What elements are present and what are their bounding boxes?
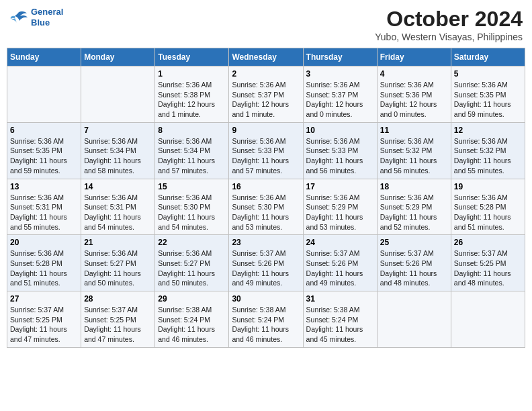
day-number: 18 bbox=[380, 182, 448, 191]
day-info: Sunrise: 5:36 AM Sunset: 5:31 PM Dayligh… bbox=[84, 193, 152, 232]
weekday-saturday: Saturday bbox=[451, 48, 525, 66]
calendar-week-3: 20Sunrise: 5:36 AM Sunset: 5:28 PM Dayli… bbox=[7, 235, 525, 291]
day-number: 10 bbox=[306, 126, 374, 135]
calendar-cell: 9Sunrise: 5:36 AM Sunset: 5:33 PM Daylig… bbox=[229, 122, 303, 179]
day-number: 9 bbox=[232, 126, 300, 135]
month-title: October 2024 bbox=[375, 7, 523, 32]
calendar-cell: 16Sunrise: 5:36 AM Sunset: 5:30 PM Dayli… bbox=[229, 179, 303, 235]
calendar-cell: 30Sunrise: 5:38 AM Sunset: 5:24 PM Dayli… bbox=[229, 291, 303, 348]
day-number: 25 bbox=[380, 238, 448, 247]
day-number: 30 bbox=[232, 294, 300, 304]
day-info: Sunrise: 5:36 AM Sunset: 5:38 PM Dayligh… bbox=[158, 80, 226, 120]
calendar-cell: 3Sunrise: 5:36 AM Sunset: 5:37 PM Daylig… bbox=[303, 66, 377, 123]
calendar-cell: 27Sunrise: 5:37 AM Sunset: 5:25 PM Dayli… bbox=[7, 291, 81, 348]
day-info: Sunrise: 5:36 AM Sunset: 5:29 PM Dayligh… bbox=[380, 193, 448, 232]
day-info: Sunrise: 5:36 AM Sunset: 5:32 PM Dayligh… bbox=[454, 136, 522, 176]
day-info: Sunrise: 5:36 AM Sunset: 5:37 PM Dayligh… bbox=[306, 80, 374, 120]
day-info: Sunrise: 5:38 AM Sunset: 5:24 PM Dayligh… bbox=[232, 305, 300, 345]
calendar-cell: 22Sunrise: 5:36 AM Sunset: 5:27 PM Dayli… bbox=[155, 235, 229, 291]
day-number: 22 bbox=[158, 238, 226, 247]
day-info: Sunrise: 5:36 AM Sunset: 5:29 PM Dayligh… bbox=[306, 193, 374, 232]
day-info: Sunrise: 5:37 AM Sunset: 5:26 PM Dayligh… bbox=[306, 248, 374, 288]
day-info: Sunrise: 5:36 AM Sunset: 5:34 PM Dayligh… bbox=[158, 136, 226, 176]
calendar-cell: 18Sunrise: 5:36 AM Sunset: 5:29 PM Dayli… bbox=[377, 179, 451, 235]
day-info: Sunrise: 5:36 AM Sunset: 5:30 PM Dayligh… bbox=[158, 193, 226, 232]
day-number: 11 bbox=[380, 126, 448, 135]
calendar-cell: 21Sunrise: 5:36 AM Sunset: 5:27 PM Dayli… bbox=[81, 235, 155, 291]
day-info: Sunrise: 5:36 AM Sunset: 5:31 PM Dayligh… bbox=[10, 193, 78, 232]
day-info: Sunrise: 5:37 AM Sunset: 5:26 PM Dayligh… bbox=[380, 248, 448, 288]
day-info: Sunrise: 5:36 AM Sunset: 5:28 PM Dayligh… bbox=[10, 248, 78, 288]
day-info: Sunrise: 5:36 AM Sunset: 5:35 PM Dayligh… bbox=[10, 136, 78, 176]
day-info: Sunrise: 5:36 AM Sunset: 5:34 PM Dayligh… bbox=[84, 136, 152, 176]
day-info: Sunrise: 5:36 AM Sunset: 5:33 PM Dayligh… bbox=[232, 136, 300, 176]
calendar-cell: 20Sunrise: 5:36 AM Sunset: 5:28 PM Dayli… bbox=[7, 235, 81, 291]
day-info: Sunrise: 5:36 AM Sunset: 5:35 PM Dayligh… bbox=[454, 80, 522, 120]
calendar-cell: 6Sunrise: 5:36 AM Sunset: 5:35 PM Daylig… bbox=[7, 122, 81, 179]
day-number: 23 bbox=[232, 238, 300, 247]
calendar-body: 1Sunrise: 5:36 AM Sunset: 5:38 PM Daylig… bbox=[7, 66, 525, 348]
day-number: 6 bbox=[10, 126, 78, 135]
calendar-cell: 31Sunrise: 5:38 AM Sunset: 5:24 PM Dayli… bbox=[303, 291, 377, 348]
day-info: Sunrise: 5:36 AM Sunset: 5:33 PM Dayligh… bbox=[306, 136, 374, 176]
day-info: Sunrise: 5:36 AM Sunset: 5:36 PM Dayligh… bbox=[380, 80, 448, 120]
day-info: Sunrise: 5:37 AM Sunset: 5:25 PM Dayligh… bbox=[84, 305, 152, 345]
calendar-week-1: 6Sunrise: 5:36 AM Sunset: 5:35 PM Daylig… bbox=[7, 122, 525, 179]
day-number: 8 bbox=[158, 126, 226, 135]
day-number: 12 bbox=[454, 126, 522, 135]
day-number: 26 bbox=[454, 238, 522, 247]
calendar-week-0: 1Sunrise: 5:36 AM Sunset: 5:38 PM Daylig… bbox=[7, 66, 525, 123]
calendar-cell bbox=[451, 291, 525, 348]
day-number: 29 bbox=[158, 294, 226, 304]
calendar-cell: 13Sunrise: 5:36 AM Sunset: 5:31 PM Dayli… bbox=[7, 179, 81, 235]
day-number: 2 bbox=[232, 69, 300, 79]
calendar-cell bbox=[81, 66, 155, 123]
calendar-cell: 5Sunrise: 5:36 AM Sunset: 5:35 PM Daylig… bbox=[451, 66, 525, 123]
calendar-cell: 1Sunrise: 5:36 AM Sunset: 5:38 PM Daylig… bbox=[155, 66, 229, 123]
title-section: October 2024 Yubo, Western Visayas, Phil… bbox=[375, 7, 523, 42]
calendar-cell: 7Sunrise: 5:36 AM Sunset: 5:34 PM Daylig… bbox=[81, 122, 155, 179]
calendar-cell: 11Sunrise: 5:36 AM Sunset: 5:32 PM Dayli… bbox=[377, 122, 451, 179]
day-number: 28 bbox=[84, 294, 152, 304]
calendar-cell: 12Sunrise: 5:36 AM Sunset: 5:32 PM Dayli… bbox=[451, 122, 525, 179]
day-number: 19 bbox=[454, 182, 522, 191]
day-number: 17 bbox=[306, 182, 374, 191]
weekday-tuesday: Tuesday bbox=[155, 48, 229, 66]
calendar-cell: 4Sunrise: 5:36 AM Sunset: 5:36 PM Daylig… bbox=[377, 66, 451, 123]
day-info: Sunrise: 5:38 AM Sunset: 5:24 PM Dayligh… bbox=[158, 305, 226, 345]
weekday-sunday: Sunday bbox=[7, 48, 81, 66]
calendar-cell: 29Sunrise: 5:38 AM Sunset: 5:24 PM Dayli… bbox=[155, 291, 229, 348]
calendar-cell: 14Sunrise: 5:36 AM Sunset: 5:31 PM Dayli… bbox=[81, 179, 155, 235]
weekday-monday: Monday bbox=[81, 48, 155, 66]
location: Yubo, Western Visayas, Philippines bbox=[375, 32, 523, 42]
day-number: 16 bbox=[232, 182, 300, 191]
page-header: General Blue October 2024 Yubo, Western … bbox=[7, 7, 525, 42]
weekday-wednesday: Wednesday bbox=[229, 48, 303, 66]
weekday-thursday: Thursday bbox=[303, 48, 377, 66]
calendar-cell bbox=[377, 291, 451, 348]
calendar-cell: 15Sunrise: 5:36 AM Sunset: 5:30 PM Dayli… bbox=[155, 179, 229, 235]
calendar-cell: 24Sunrise: 5:37 AM Sunset: 5:26 PM Dayli… bbox=[303, 235, 377, 291]
day-number: 14 bbox=[84, 182, 152, 191]
day-info: Sunrise: 5:36 AM Sunset: 5:28 PM Dayligh… bbox=[454, 193, 522, 232]
day-info: Sunrise: 5:36 AM Sunset: 5:37 PM Dayligh… bbox=[232, 80, 300, 120]
calendar-cell: 19Sunrise: 5:36 AM Sunset: 5:28 PM Dayli… bbox=[451, 179, 525, 235]
logo-text: General Blue bbox=[31, 7, 63, 28]
day-number: 4 bbox=[380, 69, 448, 79]
day-info: Sunrise: 5:36 AM Sunset: 5:27 PM Dayligh… bbox=[84, 248, 152, 288]
day-number: 24 bbox=[306, 238, 374, 247]
day-info: Sunrise: 5:36 AM Sunset: 5:30 PM Dayligh… bbox=[232, 193, 300, 232]
day-info: Sunrise: 5:36 AM Sunset: 5:32 PM Dayligh… bbox=[380, 136, 448, 176]
calendar-cell: 23Sunrise: 5:37 AM Sunset: 5:26 PM Dayli… bbox=[229, 235, 303, 291]
calendar-cell: 25Sunrise: 5:37 AM Sunset: 5:26 PM Dayli… bbox=[377, 235, 451, 291]
day-info: Sunrise: 5:37 AM Sunset: 5:26 PM Dayligh… bbox=[232, 248, 300, 288]
day-info: Sunrise: 5:37 AM Sunset: 5:25 PM Dayligh… bbox=[10, 305, 78, 345]
day-number: 5 bbox=[454, 69, 522, 79]
calendar-cell: 26Sunrise: 5:37 AM Sunset: 5:25 PM Dayli… bbox=[451, 235, 525, 291]
calendar-cell: 17Sunrise: 5:36 AM Sunset: 5:29 PM Dayli… bbox=[303, 179, 377, 235]
day-number: 15 bbox=[158, 182, 226, 191]
day-number: 1 bbox=[158, 69, 226, 79]
logo: General Blue bbox=[9, 7, 63, 28]
day-info: Sunrise: 5:37 AM Sunset: 5:25 PM Dayligh… bbox=[454, 248, 522, 288]
calendar-cell bbox=[7, 66, 81, 123]
